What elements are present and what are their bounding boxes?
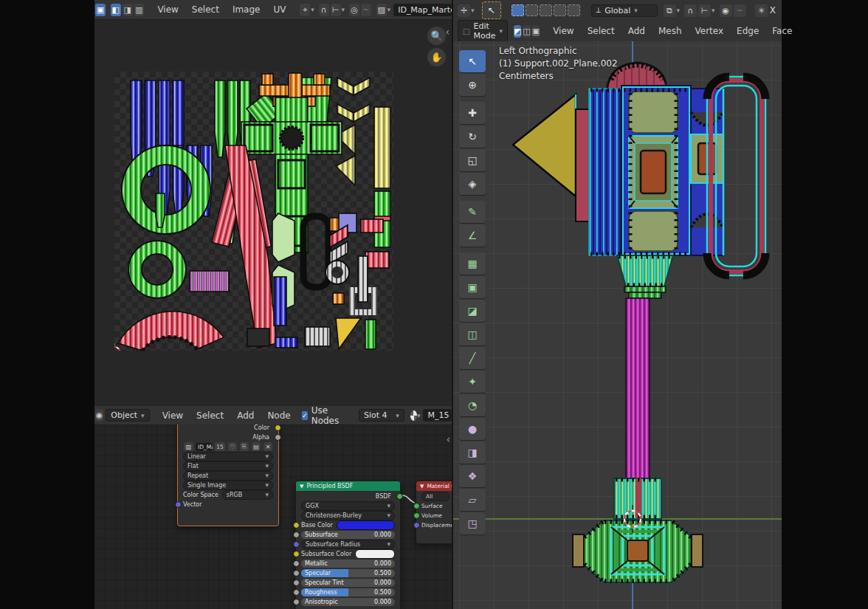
browse-image-icon[interactable]: ▨ [376,4,387,16]
select-mode-invert-icon[interactable] [554,4,566,16]
viewport-menu-mesh[interactable]: Mesh [652,26,689,36]
move-tool[interactable]: ✚ [459,102,486,124]
shader-type-dropdown[interactable]: Object▾ [106,409,149,422]
select-box-tool[interactable]: ↖ [459,50,486,72]
uv-mode-mask-icon[interactable]: ▥ [134,4,145,16]
uv-mode-paint-icon[interactable]: ◨ [123,4,133,16]
subsurface-method-dropdown[interactable]: Christensen-Burley▾ [301,511,395,520]
snap-with-chevron[interactable]: ▾ [712,7,715,14]
select-mode-intersect-icon[interactable] [568,4,580,16]
mirror-butterfly-icon[interactable]: ✳ [755,4,768,17]
displacement-input-socket[interactable] [413,522,420,529]
viewport-menu-select[interactable]: Select [581,26,621,36]
uv-mode-view-icon[interactable]: ◧ [111,4,121,16]
knife-tool[interactable]: ╱ [459,347,486,369]
select-mode-extend-icon[interactable] [526,4,538,16]
annotate-tool[interactable]: ✎ [459,201,486,223]
users-count-button[interactable]: 15 [215,442,225,451]
rotate-tool[interactable]: ↻ [459,125,486,148]
transform-tool[interactable]: ◈ [459,173,486,195]
volume-input-socket[interactable] [413,512,420,519]
viewport-menu-edge[interactable]: Edge [730,26,765,36]
collapse-triangle-icon[interactable]: ▼ [300,484,303,489]
snapping-pivot-icon[interactable]: ⧉ [664,4,676,17]
uv-menu-uv[interactable]: UV [266,4,292,15]
snap-with-icon[interactable]: ⊢ [698,4,711,17]
node-menu-node[interactable]: Node [261,410,297,421]
new-image-icon[interactable]: ⎘ [240,442,249,451]
subsurface-slider[interactable]: Subsurface0.000 [301,531,395,539]
editor-type-chevron[interactable]: ▾ [471,7,475,14]
source-dropdown[interactable]: Single Image▾ [183,481,273,490]
subsurface-color-swatch[interactable] [355,549,395,559]
uv-sidebar-collapse-arrow[interactable]: ‹ [445,26,450,38]
image-editor-type-icon[interactable]: ▣ [95,4,106,16]
smooth-tool[interactable]: ● [459,418,486,440]
viewport-editor-type-icon[interactable]: ✛ [458,4,470,17]
zoom-in-button[interactable]: 🔍 [427,27,446,45]
surface-input-socket[interactable] [413,503,420,509]
bevel-tool[interactable]: ◪ [459,300,486,322]
viewport-menu-add[interactable]: Add [621,26,652,36]
active-tool-select-box-icon[interactable]: ↖ [482,1,501,19]
snap-pivot-chevron[interactable]: ▾ [677,7,681,14]
extrude-region-tool[interactable]: ▦ [459,252,486,275]
mirror-x-label[interactable]: X [770,5,776,16]
image-datablock-name[interactable]: ID_Map_Mar.. [196,443,213,451]
base-color-swatch[interactable] [337,520,395,530]
viewport-menu-vertex[interactable]: Vertex [689,26,731,36]
rip-region-tool[interactable]: ◳ [459,512,486,534]
measure-tool[interactable]: ∠ [459,224,486,247]
color-output-socket[interactable] [275,424,281,431]
uv-menu-image[interactable]: Image [226,4,267,15]
material-output-node[interactable]: ▼ Material Out All Surface Volume Displa… [416,481,452,544]
falloff-icon[interactable]: ~ [734,4,746,17]
material-sphere-icon[interactable] [410,410,417,421]
image-texture-node[interactable]: Color Alpha ▨ ID_Map_Mar.. 15 ♡ ⎘ ▤ ✕ Li… [177,424,279,526]
loop-cut-tool[interactable]: ◫ [459,323,486,345]
edge-select-mode-icon[interactable]: ◫ [523,25,530,38]
spin-tool[interactable]: ◔ [459,394,486,416]
image-chevron[interactable]: ▾ [388,6,391,13]
node-sidebar-collapse-arrow[interactable]: ‹ [446,433,450,445]
anisotropic-slider[interactable]: Anisotropic0.000 [301,598,395,606]
shear-tool[interactable]: ▱ [459,489,486,511]
mode-dropdown[interactable]: ⬚ Edit Mode▾ [458,20,508,42]
metallic-slider[interactable]: Metallic0.000 [301,560,395,568]
proportional-editing-icon[interactable]: ◉ [720,4,732,17]
output-target-dropdown[interactable]: All [421,492,450,501]
alpha-output-socket[interactable] [275,434,281,441]
viewport-menu-view[interactable]: View [546,26,580,36]
snap-target-icon[interactable]: ⊢ [331,4,341,16]
inset-faces-tool[interactable]: ▣ [459,276,486,298]
pivot-chevron[interactable]: ▾ [311,6,314,13]
specular-tint-slider[interactable]: Specular Tint0.000 [301,579,395,587]
open-image-folder-icon[interactable]: ▤ [252,442,261,451]
material-name-field[interactable]: M_15 [423,409,452,422]
shrink-fatten-tool[interactable]: ❖ [459,465,486,487]
select-mode-subtract-icon[interactable] [540,4,552,16]
node-menu-select[interactable]: Select [190,410,230,421]
edge-slide-tool[interactable]: ◨ [459,441,486,464]
node-canvas[interactable]: Color Alpha ▨ ID_Map_Mar.. 15 ♡ ⎘ ▤ ✕ Li… [94,424,452,609]
image-name-field[interactable]: ID_Map_Martea [393,4,452,16]
viewport-canvas[interactable]: Left Orthographic (1) Support.002_Plane.… [453,41,782,609]
material-slot-dropdown[interactable]: Slot 4▾ [359,409,404,422]
unlink-image-icon[interactable]: ✕ [264,442,272,451]
pan-hand-button[interactable]: ✋ [427,48,446,66]
poly-build-tool[interactable]: ✦ [459,371,486,393]
vector-input-socket[interactable] [175,501,182,508]
output-collapse-triangle-icon[interactable]: ▼ [420,484,424,489]
extension-dropdown[interactable]: Repeat▾ [183,471,273,481]
face-select-mode-icon[interactable]: ▣ [532,25,540,38]
image-datablock-icon[interactable]: ▨ [184,442,193,451]
proportional-edit-icon[interactable]: ◎ [349,4,359,16]
falloff-curve-icon[interactable]: ~ [361,4,371,16]
node-editor-type-icon[interactable]: ◉ [95,409,103,422]
scale-tool[interactable]: ◱ [459,149,486,171]
orientation-dropdown[interactable]: ⟂ Global▾ [591,4,658,17]
projection-dropdown[interactable]: Flat▾ [183,461,273,471]
node-menu-view[interactable]: View [156,410,190,421]
uv-menu-view[interactable]: View [151,4,185,15]
viewport-menu-face[interactable]: Face [765,26,799,36]
